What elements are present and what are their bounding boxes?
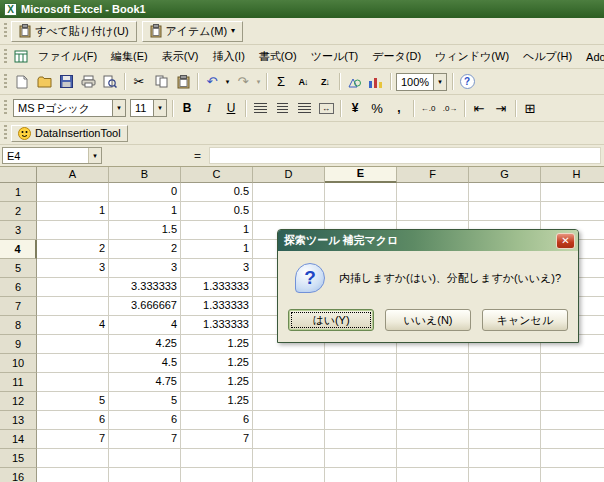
cell-F16[interactable] [397, 468, 469, 482]
cell-C8[interactable]: 1.333333 [181, 316, 253, 335]
cell-F15[interactable] [397, 449, 469, 468]
cell-G1[interactable] [469, 183, 541, 202]
cell-F2[interactable] [397, 202, 469, 221]
cell-C13[interactable]: 6 [181, 411, 253, 430]
cell-B1[interactable]: 0 [109, 183, 181, 202]
cell-F11[interactable] [397, 373, 469, 392]
cell-H10[interactable] [541, 354, 604, 373]
row-header-7[interactable]: 7 [0, 297, 37, 316]
font-name-combo[interactable]: MS Pゴシック ▾ [13, 99, 126, 117]
cell-H11[interactable] [541, 373, 604, 392]
cell-H1[interactable] [541, 183, 604, 202]
row-header-9[interactable]: 9 [0, 335, 37, 354]
cell-H13[interactable] [541, 411, 604, 430]
cell-C10[interactable]: 1.25 [181, 354, 253, 373]
cell-G2[interactable] [469, 202, 541, 221]
column-header-E[interactable]: E [325, 167, 397, 183]
cell-A2[interactable]: 1 [37, 202, 109, 221]
cell-A7[interactable] [37, 297, 109, 316]
copy-icon[interactable] [150, 72, 172, 92]
cell-G14[interactable] [469, 430, 541, 449]
row-header-5[interactable]: 5 [0, 259, 37, 278]
chevron-down-icon[interactable]: ▾ [88, 148, 101, 163]
cell-H2[interactable] [541, 202, 604, 221]
cut-icon[interactable]: ✂ [128, 72, 150, 92]
cell-E1[interactable] [325, 183, 397, 202]
cell-F1[interactable] [397, 183, 469, 202]
align-left-icon[interactable] [249, 98, 271, 118]
merge-center-icon[interactable]: ↔ [315, 98, 337, 118]
cell-G12[interactable] [469, 392, 541, 411]
menu-adobe-pdf[interactable]: Adobe PDF(B) [579, 47, 604, 67]
cell-B4[interactable]: 2 [109, 240, 181, 259]
italic-icon[interactable]: I [198, 98, 220, 118]
cell-C9[interactable]: 1.25 [181, 335, 253, 354]
cell-E13[interactable] [325, 411, 397, 430]
sort-ascending-icon[interactable]: A↓ [292, 72, 314, 92]
cell-A4[interactable]: 2 [37, 240, 109, 259]
cell-B9[interactable]: 4.25 [109, 335, 181, 354]
cell-A13[interactable]: 6 [37, 411, 109, 430]
cell-B6[interactable]: 3.333333 [109, 278, 181, 297]
clipboard-items-button[interactable]: アイテム(M) ▾ [142, 21, 244, 42]
cell-B12[interactable]: 5 [109, 392, 181, 411]
chevron-down-icon[interactable]: ▾ [433, 74, 446, 90]
column-header-D[interactable]: D [253, 167, 325, 183]
cell-A6[interactable] [37, 278, 109, 297]
chevron-down-icon[interactable]: ▾ [153, 100, 166, 116]
underline-icon[interactable]: U [220, 98, 242, 118]
workbook-icon[interactable] [14, 50, 28, 63]
cell-F13[interactable] [397, 411, 469, 430]
currency-style-icon[interactable]: ¥ [344, 98, 366, 118]
cell-C14[interactable]: 7 [181, 430, 253, 449]
row-header-4[interactable]: 4 [0, 240, 37, 259]
close-icon[interactable]: ✕ [556, 233, 575, 249]
row-header-14[interactable]: 14 [0, 430, 37, 449]
column-header-A[interactable]: A [37, 167, 109, 183]
row-header-16[interactable]: 16 [0, 468, 37, 482]
align-center-icon[interactable] [271, 98, 293, 118]
cell-D2[interactable] [253, 202, 325, 221]
formula-input[interactable] [209, 147, 601, 164]
menu-format[interactable]: 書式(O) [252, 45, 304, 68]
menu-edit[interactable]: 編集(E) [104, 45, 155, 68]
print-icon[interactable] [77, 72, 99, 92]
cell-D11[interactable] [253, 373, 325, 392]
paste-icon[interactable] [172, 72, 194, 92]
chevron-down-icon[interactable]: ▾ [112, 100, 125, 116]
menu-window[interactable]: ウィンドウ(W) [428, 45, 516, 68]
row-header-12[interactable]: 12 [0, 392, 37, 411]
row-header-8[interactable]: 8 [0, 316, 37, 335]
menu-insert[interactable]: 挿入(I) [205, 45, 251, 68]
cell-C16[interactable] [181, 468, 253, 482]
dialog-title-bar[interactable]: 探索ツール 補完マクロ ✕ [278, 230, 578, 251]
select-all-corner[interactable] [0, 167, 37, 183]
column-header-F[interactable]: F [397, 167, 469, 183]
cell-B3[interactable]: 1.5 [109, 221, 181, 240]
cell-C2[interactable]: 0.5 [181, 202, 253, 221]
cell-B13[interactable]: 6 [109, 411, 181, 430]
menu-file[interactable]: ファイル(F) [31, 45, 104, 68]
cell-E16[interactable] [325, 468, 397, 482]
toolbar-grip[interactable] [4, 23, 7, 39]
yes-button[interactable]: はい(Y) [288, 309, 374, 331]
cell-C15[interactable] [181, 449, 253, 468]
cell-G10[interactable] [469, 354, 541, 373]
font-size-combo[interactable]: 11 ▾ [130, 99, 167, 117]
cell-B5[interactable]: 3 [109, 259, 181, 278]
cell-C5[interactable]: 3 [181, 259, 253, 278]
row-header-2[interactable]: 2 [0, 202, 37, 221]
cell-F10[interactable] [397, 354, 469, 373]
save-icon[interactable] [55, 72, 77, 92]
cell-E15[interactable] [325, 449, 397, 468]
cell-G13[interactable] [469, 411, 541, 430]
align-right-icon[interactable] [293, 98, 315, 118]
chart-wizard-icon[interactable] [365, 72, 387, 92]
bold-icon[interactable]: B [176, 98, 198, 118]
no-button[interactable]: いいえ(N) [385, 309, 471, 331]
menu-help[interactable]: ヘルプ(H) [516, 45, 579, 68]
cell-B16[interactable] [109, 468, 181, 482]
menu-view[interactable]: 表示(V) [155, 45, 206, 68]
cell-D13[interactable] [253, 411, 325, 430]
toolbar-grip[interactable] [4, 125, 7, 141]
